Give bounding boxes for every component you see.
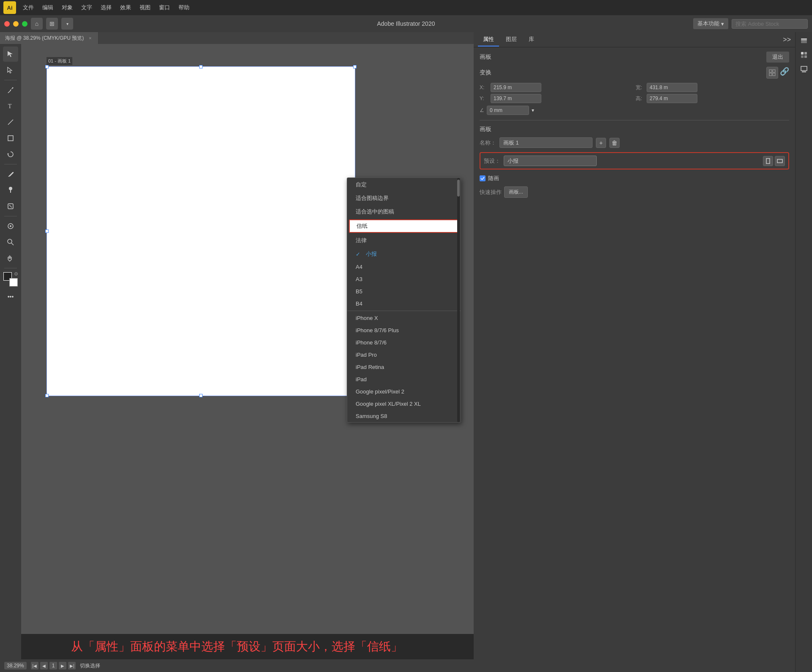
tab-properties[interactable]: 属性 [478,33,499,46]
zoom-tool[interactable] [3,235,18,250]
color-swatches[interactable] [3,272,18,287]
handle-bl[interactable] [45,394,49,397]
rotate-tool[interactable] [3,147,18,162]
shape-tool[interactable] [3,131,18,146]
dropdown-item-b4[interactable]: B4 [347,298,461,310]
panel-icon-layers[interactable] [797,34,811,47]
artboard-name-input[interactable] [499,137,593,148]
dropdown-item-ipadpro[interactable]: iPad Pro [347,349,461,361]
transform-grid-icon[interactable] [766,67,778,79]
dropdown-item-letter[interactable]: 信纸 [349,219,459,233]
next-page-button[interactable]: ▶ [59,662,66,669]
doc-tab[interactable]: 海报 @ 38.29% (CMYK/GPU 预览) × [0,32,99,44]
tab-library[interactable]: 库 [524,33,539,46]
menu-view[interactable]: 视图 [135,2,155,13]
menu-file[interactable]: 文件 [19,2,38,13]
dropdown-item-ipad[interactable]: iPad [347,373,461,385]
angle-input[interactable] [487,106,529,115]
last-page-button[interactable]: ▶| [68,662,76,669]
dropdown-item-fitartwork[interactable]: 适合图稿边界 [347,191,461,205]
artboard-quick-op-button[interactable]: 画板... [504,186,528,198]
select-tool[interactable] [3,46,18,62]
page-number[interactable]: 1 [49,662,58,669]
menu-text[interactable]: 文字 [77,2,96,13]
dropdown-scroll-thumb[interactable] [457,180,460,197]
x-input[interactable] [491,83,541,92]
dropdown-item-samsungs8[interactable]: Samsung S8 [347,410,461,422]
panel-icon-export[interactable] [797,63,811,76]
minimize-window-button[interactable] [13,21,19,27]
home-icon[interactable]: ⌂ [31,18,43,30]
line-tool[interactable] [3,115,18,130]
more-tools[interactable]: ••• [3,289,18,304]
direct-select-tool[interactable] [3,63,18,78]
handle-bc[interactable] [199,394,203,397]
dropdown-item-googlepixel2[interactable]: Google pixel/Pixel 2 [347,385,461,398]
arrange-icon[interactable]: ▾ [61,18,73,30]
artboard[interactable] [47,66,355,396]
dropdown-item-b5[interactable]: B5 [347,285,461,298]
handle-tl[interactable] [45,65,49,68]
portrait-button[interactable] [763,156,773,166]
tab-layers[interactable]: 图层 [501,33,522,46]
close-window-button[interactable] [4,21,10,27]
height-input[interactable] [647,94,697,103]
exit-button[interactable]: 退出 [766,52,789,63]
dropdown-item-a4[interactable]: A4 [347,261,461,273]
adobe-stock-search[interactable] [732,19,808,29]
eraser-tool[interactable] [3,199,18,214]
landscape-button[interactable] [775,156,785,166]
doc-tab-close[interactable]: × [87,35,93,41]
svg-rect-13 [773,70,775,72]
dropdown-item-googlepixelxl2xl[interactable]: Google pixel XL/Pixel 2 XL [347,398,461,410]
hand-tool[interactable] [3,251,18,266]
add-artboard-button[interactable]: + [596,138,606,148]
menu-object[interactable]: 对象 [58,2,77,13]
menu-edit[interactable]: 编辑 [38,2,58,13]
angle-dropdown[interactable]: ▾ [532,107,534,113]
maximize-window-button[interactable] [22,21,27,27]
angle-label: ∠ [480,107,484,113]
preset-select[interactable]: 小报 信纸 A4 [504,156,597,166]
checkbox-follow-artboard[interactable] [480,175,486,181]
menu-window[interactable]: 窗口 [155,2,174,13]
artboard-name-label: 名称： [480,139,496,147]
zoom-level[interactable]: 38.29% [4,662,27,669]
dropdown-item-iphonex[interactable]: iPhone X [347,312,461,324]
svg-rect-18 [801,38,807,40]
handle-tr[interactable] [353,65,357,68]
section-divider [480,120,789,120]
menu-help[interactable]: 帮助 [174,2,194,13]
dropdown-item-a3[interactable]: A3 [347,273,461,285]
pen-tool[interactable] [3,82,18,98]
first-page-button[interactable]: |◀ [31,662,38,669]
dropdown-item-tabloid[interactable]: ✓ 小报 [347,247,461,261]
workspace-preset-button[interactable]: 基本功能 ▾ [693,18,728,29]
panel-tabs-more[interactable]: >> [783,36,791,44]
width-input[interactable] [647,83,697,92]
brush-tool[interactable] [3,183,18,198]
menu-effect[interactable]: 效果 [116,2,135,13]
handle-ml[interactable] [45,229,49,233]
prev-page-button[interactable]: ◀ [40,662,48,669]
artboard-label: 01 - 画板 1 [47,57,72,65]
dropdown-item-iphone876plus[interactable]: iPhone 8/7/6 Plus [347,324,461,336]
doc-tab-bar: 海报 @ 38.29% (CMYK/GPU 预览) × [0,32,474,44]
artboard-panel-title: 画板 [480,126,789,133]
pencil-tool[interactable] [3,167,18,182]
y-input[interactable] [491,94,541,103]
dropdown-item-ziding[interactable]: 自定 [347,178,461,191]
panel-icon-assets[interactable] [797,48,811,62]
dropdown-item-legal[interactable]: 法律 [347,234,461,247]
dropdown-item-iphone876[interactable]: iPhone 8/7/6 [347,336,461,349]
grid-icon[interactable]: ⊞ [46,18,58,30]
link-icon[interactable]: 🔗 [780,67,789,79]
dropdown-scrollbar[interactable] [457,178,460,422]
type-tool[interactable]: T [3,98,18,114]
dropdown-item-fitselected[interactable]: 适合选中的图稿 [347,205,461,219]
dropdown-item-ipadretina[interactable]: iPad Retina [347,361,461,373]
handle-tc[interactable] [199,65,203,68]
delete-artboard-button[interactable]: 🗑 [609,138,620,148]
symbol-tool[interactable] [3,219,18,234]
menu-select[interactable]: 选择 [96,2,116,13]
